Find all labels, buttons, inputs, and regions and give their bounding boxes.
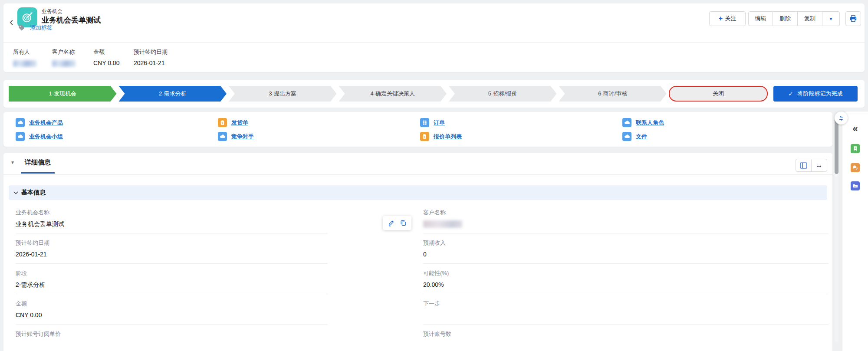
field-account-name: 客户名称 bbox=[423, 203, 829, 233]
field-label: 预计签约日期 bbox=[16, 239, 328, 247]
field-value: 20.00% bbox=[423, 281, 829, 289]
inline-edit-button[interactable] bbox=[388, 220, 395, 227]
field-stage: 阶段 2-需求分析 bbox=[16, 264, 328, 294]
field-label: 业务机会名称 bbox=[16, 209, 328, 217]
details-tab-row: ▼ 详细信息 ↔ bbox=[3, 153, 832, 175]
field-label: 可能性(%) bbox=[423, 269, 829, 277]
stage-2[interactable]: 2-需求分析 bbox=[119, 86, 227, 102]
copy-icon bbox=[400, 220, 407, 226]
stage-label: 1-发现机会 bbox=[49, 90, 76, 98]
back-button[interactable]: ‹ bbox=[6, 13, 17, 30]
section-basic-info[interactable]: 基本信息 bbox=[9, 185, 827, 200]
field-value: 2-需求分析 bbox=[16, 281, 328, 289]
related-link[interactable]: 发货单 bbox=[231, 119, 248, 127]
page: ‹ 业务机会 业务机会丢单测试 添加标签 + bbox=[0, 0, 868, 351]
field-subscription-unit-price: 预计账号订阅单价 bbox=[16, 325, 328, 351]
copy-value-button[interactable] bbox=[400, 220, 407, 226]
cloud-icon bbox=[218, 132, 227, 141]
related-link[interactable]: 业务机会产品 bbox=[29, 119, 63, 127]
horizontal-resize-icon: ↔ bbox=[816, 161, 823, 169]
stage-3[interactable]: 3-提出方案 bbox=[229, 86, 337, 102]
field-value bbox=[16, 342, 328, 349]
related-link-item: 订单 bbox=[420, 117, 622, 128]
related-links-card: 业务机会产品 $ 发货单 订单 联系人角色 bbox=[3, 112, 832, 147]
cloud-icon bbox=[622, 118, 631, 127]
tag-icon bbox=[18, 24, 25, 31]
delete-button[interactable]: 删除 bbox=[773, 11, 798, 26]
copy-button[interactable]: 复制 bbox=[798, 11, 822, 26]
tab-details[interactable]: 详细信息 bbox=[21, 158, 55, 174]
tag-row: 添加标签 bbox=[18, 24, 53, 32]
field-label: 预期收入 bbox=[423, 239, 829, 247]
stage-5[interactable]: 5-招标/报价 bbox=[449, 86, 557, 102]
folder-icon bbox=[852, 183, 858, 189]
entity-type-label: 业务机会 bbox=[42, 8, 62, 15]
swap-arrows-icon bbox=[838, 115, 845, 121]
field-amount: 金额 CNY 0.00 bbox=[16, 294, 328, 325]
plus-icon: + bbox=[719, 15, 723, 23]
stage-label: 6-商讨/审核 bbox=[598, 90, 627, 98]
details-card: ▼ 详细信息 ↔ 基本信息 业务机会名称 bbox=[3, 153, 832, 351]
header-top: ‹ 业务机会 业务机会丢单测试 添加标签 + bbox=[3, 3, 865, 43]
field-next-step: 下一步 bbox=[423, 294, 829, 325]
redacted-value bbox=[423, 220, 462, 228]
edit-button[interactable]: 编辑 bbox=[748, 11, 773, 26]
related-link[interactable]: 订单 bbox=[434, 119, 445, 127]
files-tool[interactable] bbox=[851, 181, 860, 190]
check-icon: ✓ bbox=[789, 91, 793, 97]
swap-panel-button[interactable] bbox=[835, 112, 848, 125]
related-link-item: 联系人角色 bbox=[622, 117, 825, 128]
field-value bbox=[423, 342, 829, 349]
print-button[interactable] bbox=[845, 11, 861, 26]
summary-amount: 金额 CNY 0.00 bbox=[93, 48, 119, 66]
column-layout-button[interactable] bbox=[796, 159, 812, 172]
invoice-icon: $ bbox=[218, 118, 227, 127]
pencil-icon bbox=[388, 220, 395, 227]
stage-4[interactable]: 4-确定关键决策人 bbox=[339, 86, 447, 102]
field-expected-revenue: 预期收入 0 bbox=[423, 233, 829, 264]
related-link[interactable]: 业务机会小组 bbox=[29, 133, 63, 141]
field-value: 2026-01-21 bbox=[16, 251, 328, 258]
related-link-item: 文件 bbox=[622, 131, 825, 142]
add-tag-link[interactable]: 添加标签 bbox=[30, 24, 53, 32]
collapse-sidebar-button[interactable]: « bbox=[842, 123, 868, 135]
mark-stage-complete-button[interactable]: ✓ 将阶段标记为完成 bbox=[773, 86, 858, 102]
summary-owner: 所有人 bbox=[13, 48, 36, 67]
field-value bbox=[423, 312, 829, 319]
summary-value: 2026-01-21 bbox=[134, 59, 168, 66]
field-label: 客户名称 bbox=[423, 209, 829, 217]
related-link[interactable]: 文件 bbox=[636, 133, 647, 141]
field-close-date: 预计签约日期 2026-01-21 bbox=[16, 233, 328, 264]
double-chevron-left-icon: « bbox=[852, 123, 858, 134]
related-links-grid: 业务机会产品 $ 发货单 订单 联系人角色 bbox=[3, 112, 832, 142]
bookmark-star-tool[interactable]: ★ bbox=[851, 144, 860, 153]
scrollbar-thumb[interactable] bbox=[835, 118, 838, 174]
chat-tool[interactable] bbox=[851, 163, 860, 172]
stage-6[interactable]: 6-商讨/审核 bbox=[559, 86, 667, 102]
redacted-value bbox=[52, 60, 76, 67]
dropdown-icon: ▼ bbox=[829, 16, 833, 21]
summary-close-date: 预计签约日期 2026-01-21 bbox=[134, 48, 168, 66]
related-link[interactable]: 报价单列表 bbox=[434, 133, 462, 141]
collapse-caret-icon[interactable]: ▼ bbox=[10, 160, 15, 165]
stage-label: 5-招标/报价 bbox=[488, 90, 517, 98]
svg-text:★: ★ bbox=[854, 147, 856, 149]
stage-close-highlighted[interactable]: 关闭 bbox=[669, 86, 768, 102]
field-grid: 业务机会名称 业务机会丢单测试 客户名称 预计签约日期 2026-01-21 预… bbox=[3, 203, 832, 351]
related-link-item: 业务机会小组 bbox=[16, 131, 218, 142]
follow-button[interactable]: + 关注 bbox=[709, 11, 746, 26]
full-width-button[interactable]: ↔ bbox=[811, 159, 827, 172]
cloud-icon bbox=[16, 132, 25, 141]
stage-1[interactable]: 1-发现机会 bbox=[9, 86, 117, 102]
cloud-icon bbox=[622, 132, 631, 141]
cloud-icon bbox=[16, 118, 25, 127]
summary-account: 客户名称 bbox=[52, 48, 76, 67]
view-toggle-group: ↔ bbox=[796, 159, 827, 172]
summary-label: 所有人 bbox=[13, 48, 36, 56]
related-link[interactable]: 竞争对手 bbox=[231, 133, 254, 141]
field-value: 0 bbox=[423, 251, 829, 258]
summary-value: CNY 0.00 bbox=[93, 59, 119, 66]
right-sidebar: « ★ bbox=[842, 112, 868, 351]
related-link[interactable]: 联系人角色 bbox=[636, 119, 664, 127]
more-actions-button[interactable]: ▼ bbox=[822, 11, 840, 26]
